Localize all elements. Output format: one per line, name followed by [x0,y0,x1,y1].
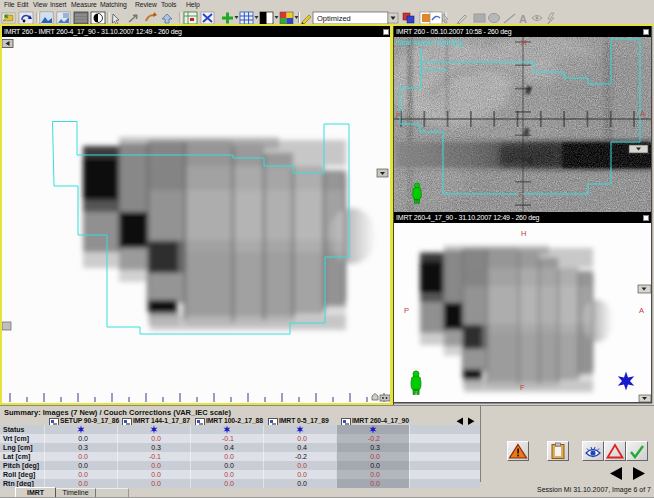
svg-text:Optimized: Optimized [317,14,351,23]
svg-text:F: F [519,190,524,199]
svg-text:H: H [521,38,526,47]
svg-text:P: P [404,306,409,315]
svg-text:P: P [396,111,401,120]
svg-text:F: F [520,383,525,392]
svg-text:A: A [640,109,645,118]
svg-text:H: H [521,229,526,238]
svg-text:Ident mode: Planning: Ident mode: Planning [396,39,462,47]
svg-text:A: A [639,306,644,315]
